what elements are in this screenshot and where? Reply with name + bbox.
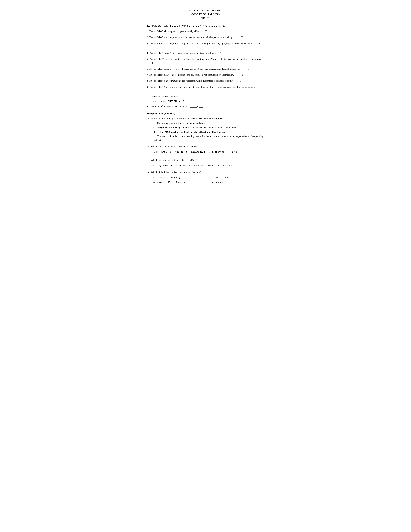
q13-option-d: d. GoHome: [201, 164, 214, 167]
question-8: 8. True or False? If a program compiles …: [147, 79, 264, 83]
q13-option-e: e. IdEnTiFiEr: [218, 164, 233, 167]
question-9: 9. True or False? A literal string can c…: [147, 85, 264, 93]
header-line1: COPPIN STATE UNIVERSITY: [147, 8, 264, 12]
question-12: 12. Which is /or are not a valid identif…: [147, 145, 264, 154]
question-13: 13. Which is /or are not valid identifie…: [147, 158, 264, 168]
question-7: 7. True or False? In C++, a block (compo…: [147, 73, 264, 77]
question-1: 1. True or False? All computer programs …: [147, 29, 264, 33]
q14-row1: a. name = "Jones"; b. "name" = Jones;: [153, 176, 264, 180]
q11-options: a. Every program must have a function na…: [153, 121, 264, 142]
question-2: 2. True or False? In a computer, data is…: [147, 36, 264, 39]
question-6: 6. True or False? Some C++ reserved word…: [147, 67, 264, 71]
mc-title: Multiple Choice (2pts each): [147, 112, 264, 115]
q10-code: const char INITIAL = 'G';: [153, 100, 264, 103]
q14-table: a. name = "Jones"; b. "name" = Jones; c.…: [153, 176, 264, 184]
q13-options: a. my-Name b. 9littles c. X123Y d. GoHom…: [153, 164, 264, 168]
top-border: [147, 5, 264, 5]
q12-option-a: a. Hi_There: [153, 151, 167, 153]
q11-option-d: d. The word int in the function heading …: [153, 134, 264, 142]
q12-option-b: b. top 40: [170, 151, 183, 153]
question-4: 4. True or False? Every C++ program must…: [147, 51, 264, 55]
question-11: 11. Which of the following statements ab…: [147, 117, 264, 142]
header-line2: COSC 199.002: FALL 2005: [147, 12, 264, 16]
q11-option-a: a. Every program must have a function na…: [153, 121, 264, 125]
truefalse-title: True/False (1pt each): Indicate by "T" f…: [147, 25, 264, 28]
q14-options: a. name = "Jones"; b. "name" = Jones; c.…: [153, 176, 264, 184]
q12-option-d: d. _BlindMice: [208, 151, 224, 153]
q12-option-c: c. &UpAnDdOwN: [186, 151, 205, 153]
header-line3: TEST 1: [147, 16, 264, 20]
question-10: 10. True or False? The statement const c…: [147, 95, 264, 108]
q11-option-b: b. Program execution begins with the fir…: [153, 126, 264, 129]
q14-row2: c. name = 'D' + "Jones"; d. a and c abov…: [153, 180, 264, 184]
q11-option-c: ➔ c. The main function must call (invoke…: [153, 130, 264, 134]
q12-option-e: e. CAPS: [229, 151, 237, 153]
question-3: 3. True or False? The compiler is a prog…: [147, 42, 264, 49]
q14-option-d: d. a and c above: [209, 180, 264, 184]
q12-options: a. Hi_There b. top 40 c. &UpAnDdOwN d. _…: [153, 150, 264, 154]
q13-option-b: b. 9littles: [170, 164, 187, 167]
q14-option-a: a. name = "Jones";: [153, 176, 209, 180]
question-14: 14. Which of the following is a legal st…: [147, 171, 264, 184]
q13-option-c: c. X123Y: [189, 164, 199, 167]
q14-option-b: b. "name" = Jones;: [209, 176, 264, 180]
question-5: 5. True or False? The C++ compiler consi…: [147, 57, 264, 65]
q14-option-c: c. name = 'D' + "Jones";: [153, 180, 209, 184]
page-header: COPPIN STATE UNIVERSITY COSC 199.002: FA…: [147, 8, 264, 20]
q13-option-a: a. my-Name: [153, 164, 168, 167]
